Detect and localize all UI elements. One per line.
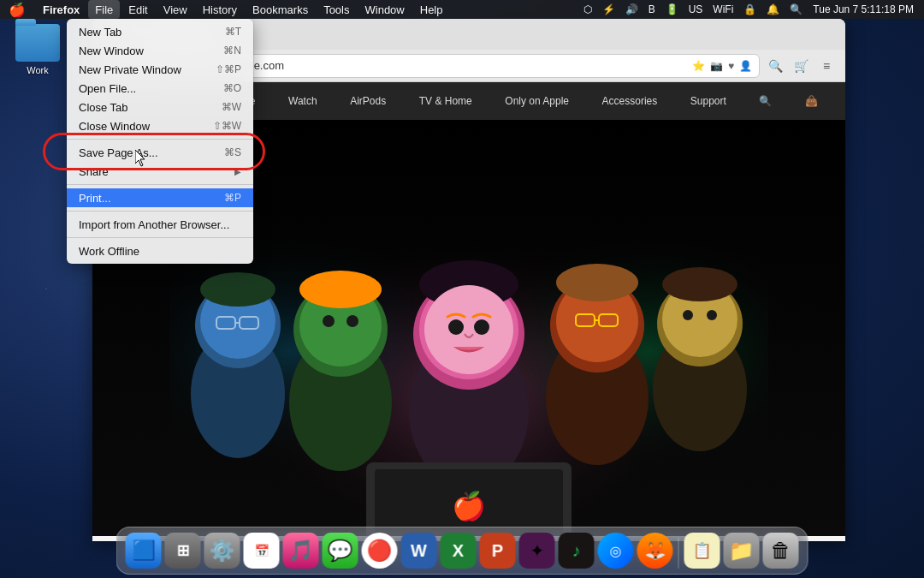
battery-icon[interactable]: ⚡ — [599, 0, 619, 19]
help-menu-item[interactable]: Help — [413, 0, 450, 19]
dock-finder[interactable]: 🟦 — [126, 533, 162, 569]
cart-button[interactable]: 🛒 — [789, 54, 813, 78]
menu-button[interactable]: ≡ — [814, 54, 838, 78]
dock-powerpoint[interactable]: P — [480, 533, 516, 569]
dock-separator — [678, 538, 679, 569]
svg-point-15 — [346, 315, 358, 327]
chrome-icon: 🔴 — [367, 539, 393, 563]
dock-notes[interactable]: 📋 — [684, 533, 720, 569]
nav-search-icon[interactable]: 🔍 — [749, 82, 782, 120]
menu-print[interactable]: Print... ⌘P — [67, 188, 253, 207]
wifi-icon[interactable]: WiFi — [709, 0, 737, 19]
menu-work-offline[interactable]: Work Offline — [67, 241, 253, 260]
messages-icon: 💬 — [328, 539, 353, 563]
menu-close-window[interactable]: Close Window ⇧⌘W — [67, 116, 253, 135]
menu-close-tab[interactable]: Close Tab ⌘W — [67, 98, 253, 116]
search-button[interactable]: 🔍 — [763, 54, 787, 78]
screenshot-icon[interactable]: 📷 — [710, 60, 723, 72]
dock-safari[interactable]: ◎ — [598, 533, 634, 569]
nav-airpods[interactable]: AirPods — [340, 82, 396, 120]
url-text: www.apple.com — [206, 59, 687, 72]
menu-new-tab[interactable]: New Tab ⌘T — [67, 22, 253, 41]
notification-icon[interactable]: 🔔 — [763, 0, 783, 19]
menu-share-arrow: ▶ — [234, 167, 241, 176]
menu-save-page-label: Save Page As... — [79, 146, 224, 159]
menu-close-window-shortcut: ⇧⌘W — [213, 120, 241, 132]
menu-open-file-shortcut: ⌘O — [223, 82, 241, 94]
menu-new-private-window[interactable]: New Private Window ⇧⌘P — [67, 60, 253, 79]
nav-support[interactable]: Support — [680, 82, 737, 120]
bookmark-icon[interactable]: ⭐ — [692, 60, 705, 72]
apple-menu-item[interactable]: 🍎 — [0, 0, 34, 19]
firefox-menu-item[interactable]: Firefox — [36, 0, 86, 19]
lock-icon[interactable]: 🔒 — [740, 0, 760, 19]
search-icon[interactable]: 🔍 — [786, 0, 806, 19]
nav-watch[interactable]: Watch — [278, 82, 328, 120]
menubar-right: ⬡ ⚡ 🔊 B 🔋 US WiFi 🔒 🔔 🔍 Tue Jun 7 5:11:1… — [580, 0, 924, 19]
dock-system-prefs[interactable]: ⚙️ — [204, 533, 240, 569]
word-icon: W — [411, 541, 427, 561]
nav-only-apple[interactable]: Only on Apple — [495, 82, 579, 120]
toolbar-right-icons: 🔍 🛒 ≡ — [763, 54, 838, 78]
menu-new-private-window-label: New Private Window — [79, 63, 216, 76]
menu-open-file[interactable]: Open File... ⌘O — [67, 79, 253, 98]
svg-text:🍎: 🍎 — [452, 490, 486, 522]
profile-icon[interactable]: 👤 — [739, 60, 752, 72]
pocket-icon[interactable]: ♥ — [728, 60, 734, 72]
calendar-icon: 📅 — [254, 544, 269, 557]
nav-tv-home[interactable]: TV & Home — [409, 82, 483, 120]
dock-spotify[interactable]: ♪ — [559, 533, 595, 569]
nav-bag-icon[interactable]: 👜 — [795, 82, 828, 120]
dock: 🟦 ⊞ ⚙️ 📅 🎵 💬 🔴 W X P ✦ — [116, 527, 808, 575]
dock-messages[interactable]: 💬 — [323, 533, 358, 569]
menu-print-label: Print... — [79, 192, 224, 205]
menu-separator-3 — [67, 211, 253, 212]
menu-share[interactable]: Share ▶ — [67, 162, 253, 181]
dock-slack[interactable]: ✦ — [519, 533, 555, 569]
view-menu-item[interactable]: View — [157, 0, 194, 19]
menu-close-tab-label: Close Tab — [79, 101, 222, 114]
dock-music[interactable]: 🎵 — [283, 533, 319, 569]
nav-accessories[interactable]: Accessories — [592, 82, 668, 120]
file-menu-item[interactable]: File — [88, 0, 120, 19]
volume-icon[interactable]: 🔊 — [622, 0, 642, 19]
powerpoint-icon: P — [492, 541, 503, 561]
edit-menu-item[interactable]: Edit — [121, 0, 154, 19]
user-icon[interactable]: US — [685, 0, 707, 19]
folder-label: Work — [27, 65, 48, 75]
menu-open-file-label: Open File... — [79, 82, 223, 95]
menu-new-window-shortcut: ⌘N — [223, 45, 241, 57]
dock-firefox[interactable]: 🦊 — [637, 533, 673, 569]
menu-new-window[interactable]: New Window ⌘N — [67, 41, 253, 60]
system-prefs-icon: ⚙️ — [210, 539, 235, 563]
address-bar[interactable]: 🔒 www.apple.com ⭐ 📷 ♥ 👤 — [181, 54, 760, 78]
bookmarks-menu-item[interactable]: Bookmarks — [246, 0, 315, 19]
tools-menu-item[interactable]: Tools — [317, 0, 356, 19]
window-menu-item[interactable]: Window — [358, 0, 412, 19]
dock-excel[interactable]: X — [441, 533, 477, 569]
svg-point-35 — [707, 310, 717, 320]
dock-trash[interactable]: 🗑 — [763, 533, 799, 569]
svg-point-21 — [448, 319, 464, 335]
svg-point-20 — [424, 285, 513, 374]
launchpad-icon: ⊞ — [176, 541, 189, 560]
dropbox-icon[interactable]: ⬡ — [580, 0, 595, 19]
menu-save-page-shortcut: ⌘S — [224, 146, 241, 158]
work-folder-icon[interactable]: Work — [15, 24, 60, 75]
excel-icon: X — [453, 541, 464, 561]
dock-launchpad[interactable]: ⊞ — [165, 533, 201, 569]
menu-separator-2 — [67, 184, 253, 185]
menu-save-page[interactable]: Save Page As... ⌘S — [67, 143, 253, 162]
battery-status[interactable]: 🔋 — [662, 0, 682, 19]
firefox-icon: 🦊 — [644, 540, 666, 561]
bluetooth-icon[interactable]: B — [645, 0, 659, 19]
dock-chrome[interactable]: 🔴 — [362, 533, 398, 569]
history-menu-item[interactable]: History — [196, 0, 244, 19]
menu-import[interactable]: Import from Another Browser... — [67, 215, 253, 234]
svg-point-9 — [200, 272, 275, 307]
dock-calendar[interactable]: 📅 — [244, 533, 280, 569]
menu-new-window-label: New Window — [79, 45, 223, 57]
dock-files[interactable]: 📁 — [724, 533, 760, 569]
trash-icon: 🗑 — [771, 539, 791, 563]
dock-word[interactable]: W — [401, 533, 437, 569]
